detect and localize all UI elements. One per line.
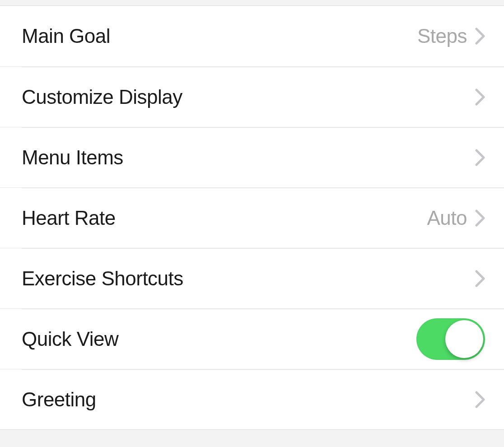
chevron-right-icon: [475, 149, 485, 166]
chevron-right-icon: [475, 210, 485, 227]
chevron-right-icon: [475, 28, 485, 45]
quick-view-toggle[interactable]: [416, 318, 485, 360]
row-menu-items[interactable]: Menu Items: [0, 127, 504, 187]
chevron-right-icon: [475, 270, 485, 287]
chevron-right-icon: [475, 88, 485, 106]
row-exercise-shortcuts[interactable]: Exercise Shortcuts: [0, 248, 504, 308]
row-greeting[interactable]: Greeting: [0, 369, 504, 429]
row-label: Customize Display: [22, 86, 475, 108]
settings-list: Main Goal Steps Customize Display Menu I…: [0, 5, 504, 430]
row-quick-view: Quick View: [0, 308, 504, 369]
row-label: Greeting: [22, 388, 475, 411]
row-customize-display[interactable]: Customize Display: [0, 66, 504, 127]
row-label: Quick View: [22, 328, 416, 350]
row-label: Heart Rate: [22, 207, 427, 229]
row-value: Auto: [427, 207, 467, 229]
toggle-knob: [445, 320, 483, 358]
row-main-goal[interactable]: Main Goal Steps: [0, 6, 504, 66]
row-label: Menu Items: [22, 146, 475, 169]
chevron-right-icon: [475, 391, 485, 408]
row-value: Steps: [417, 25, 467, 47]
row-heart-rate[interactable]: Heart Rate Auto: [0, 187, 504, 248]
row-label: Exercise Shortcuts: [22, 267, 475, 290]
footer-spacer: [0, 430, 504, 447]
row-label: Main Goal: [22, 25, 417, 47]
